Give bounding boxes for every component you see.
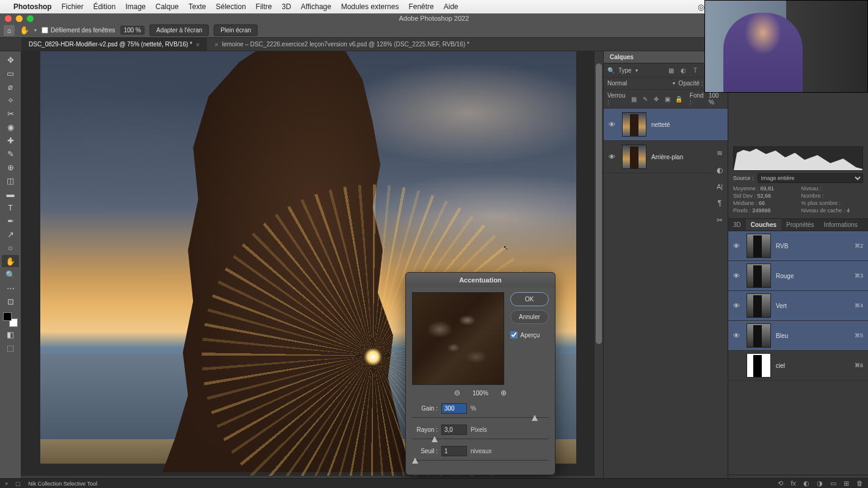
fill-value[interactable]: 100 % — [709, 92, 724, 106]
type-tool[interactable]: T — [2, 201, 19, 214]
tab-proprietes[interactable]: Propriétés — [781, 219, 819, 231]
doc-tab-inactive[interactable]: × lemoine – DSC_2226.exercice2 leçon7ver… — [207, 38, 477, 51]
footer-link-icon[interactable]: ⟲ — [778, 479, 783, 487]
source-select[interactable]: Image entière — [758, 173, 863, 183]
adjustments-icon[interactable]: ≋ — [717, 149, 723, 157]
footer-trash-icon[interactable]: 🗑 — [856, 479, 863, 487]
preview-checkbox[interactable]: Aperçu — [510, 331, 549, 339]
footer-adjust-icon[interactable]: ◑ — [817, 479, 823, 487]
layer-thumbnail[interactable] — [622, 145, 646, 169]
footer-folder-icon[interactable]: ▭ — [830, 479, 836, 487]
visibility-icon[interactable]: 👁 — [733, 242, 742, 249]
path-tool[interactable]: ↗ — [2, 228, 19, 240]
scissors-icon[interactable]: ✂ — [717, 216, 723, 224]
minimize-window[interactable] — [16, 15, 23, 22]
channel-item[interactable]: 👁 ciel ⌘6 — [728, 351, 868, 381]
menu-3d[interactable]: 3D — [282, 2, 291, 11]
color-swatches[interactable] — [3, 312, 18, 327]
blend-mode-select[interactable]: Normal — [607, 80, 669, 87]
visibility-icon[interactable]: 👁 — [733, 332, 742, 339]
lock-brush-icon[interactable]: ✎ — [641, 95, 648, 103]
eraser-tool[interactable]: ◫ — [2, 174, 19, 187]
gain-input[interactable] — [441, 403, 467, 414]
marquee-tool[interactable]: ▭ — [2, 67, 19, 79]
scroll-windows-check[interactable] — [42, 27, 48, 34]
chevron-down-icon[interactable]: ▾ — [635, 68, 638, 73]
channel-item[interactable]: 👁 RVB ⌘2 — [728, 231, 868, 261]
crop-tool[interactable]: ✂ — [2, 107, 19, 120]
footer-mask-icon[interactable]: ◐ — [803, 479, 809, 487]
move-tool[interactable]: ✥ — [2, 54, 19, 66]
paragraph-icon[interactable]: ¶ — [718, 199, 722, 207]
tool-preset-dropdown[interactable]: ▾ — [34, 27, 37, 33]
menu-calque[interactable]: Calque — [156, 2, 179, 11]
dialog-preview[interactable] — [412, 292, 504, 385]
ok-button[interactable]: OK — [510, 292, 549, 306]
edit-toolbar[interactable]: ⊡ — [2, 295, 19, 307]
menu-fichier[interactable]: Fichier — [62, 2, 84, 11]
healing-tool[interactable]: ✚ — [2, 134, 19, 146]
quick-mask[interactable]: ◧ — [2, 328, 19, 340]
menu-app[interactable]: Photoshop — [13, 2, 52, 11]
zoom-in-icon[interactable]: ⊕ — [501, 389, 507, 397]
tab-informations[interactable]: Informations — [819, 219, 863, 231]
scroll-windows-checkbox[interactable]: Défilement des fenêtres — [42, 27, 115, 34]
seuil-slider[interactable] — [412, 458, 549, 464]
zoom-tool[interactable]: 🔍 — [2, 268, 19, 281]
visibility-icon[interactable]: 👁 — [609, 121, 617, 128]
gradient-tool[interactable]: ▬ — [2, 188, 19, 200]
menu-edition[interactable]: Édition — [93, 2, 116, 11]
channel-item[interactable]: 👁 Rouge ⌘3 — [728, 261, 868, 291]
status-icon[interactable]: ◎ — [698, 2, 704, 12]
tab-3d[interactable]: 3D — [728, 219, 746, 231]
lock-position-icon[interactable]: ✥ — [653, 95, 660, 103]
layer-name[interactable]: netteté — [651, 121, 670, 128]
close-window[interactable] — [5, 15, 12, 22]
menu-image[interactable]: Image — [125, 2, 145, 11]
visibility-icon[interactable]: 👁 — [609, 153, 617, 160]
menu-aide[interactable]: Aide — [444, 2, 458, 11]
home-button[interactable]: ⌂ — [4, 25, 15, 36]
menu-texte[interactable]: Texte — [189, 2, 206, 11]
zoom-out-icon[interactable]: ⊖ — [454, 389, 460, 397]
pen-tool[interactable]: ✒ — [2, 215, 19, 227]
footer-new-icon[interactable]: ⊞ — [844, 479, 849, 487]
brush-tool[interactable]: ✎ — [2, 148, 19, 160]
lasso-tool[interactable]: ⌀ — [2, 81, 19, 93]
menu-selection[interactable]: Sélection — [215, 2, 245, 11]
menu-filtre[interactable]: Filtre — [256, 2, 272, 11]
visibility-icon[interactable]: 👁 — [733, 272, 742, 279]
channel-item[interactable]: 👁 Vert ⌘4 — [728, 291, 868, 321]
footer-fx-icon[interactable]: fx — [790, 479, 796, 487]
full-screen-button[interactable]: Plein écran — [214, 24, 258, 36]
filter-type[interactable]: Type — [618, 67, 632, 74]
chevron-down-icon[interactable]: ▾ — [673, 81, 675, 86]
expand-strip-icon[interactable]: ▢ — [15, 481, 21, 487]
styles-icon[interactable]: ◐ — [717, 166, 723, 174]
filter-adjust-icon[interactable]: ◐ — [679, 66, 687, 74]
close-icon[interactable]: × — [196, 41, 200, 48]
vertical-scrollbar[interactable] — [595, 51, 603, 476]
layer-name[interactable]: Arrière-plan — [651, 154, 683, 160]
zoom-field[interactable]: 100 % — [120, 26, 145, 35]
screen-mode[interactable]: ⬚ — [2, 342, 19, 354]
hand-tool[interactable]: ✋ — [2, 255, 19, 267]
filter-image-icon[interactable]: ▦ — [667, 66, 675, 74]
visibility-icon[interactable]: 👁 — [733, 302, 742, 309]
close-strip-icon[interactable]: × — [5, 481, 8, 487]
wand-tool[interactable]: ✧ — [2, 94, 19, 106]
lock-pixels-icon[interactable]: ▦ — [630, 95, 637, 103]
filter-type-icon[interactable]: T — [691, 66, 700, 74]
menu-affichage[interactable]: Affichage — [301, 2, 331, 11]
more-tools[interactable]: ⋯ — [2, 282, 19, 294]
tab-couches[interactable]: Couches — [746, 219, 781, 231]
doc-tab-active[interactable]: DSC_0829-HDR-Modifier-v2.psd @ 75% (nett… — [21, 38, 207, 51]
eyedropper-tool[interactable]: ◉ — [2, 121, 19, 133]
character-icon[interactable]: A| — [717, 183, 723, 190]
menu-modules[interactable]: Modules externes — [341, 2, 399, 11]
layer-item[interactable]: 👁 netteté — [604, 109, 728, 141]
rayon-slider[interactable] — [412, 436, 549, 442]
layer-item[interactable]: 👁 Arrière-plan 🔒 — [604, 141, 728, 173]
seuil-input[interactable] — [441, 446, 467, 456]
fit-screen-button[interactable]: Adapter à l'écran — [150, 24, 209, 36]
